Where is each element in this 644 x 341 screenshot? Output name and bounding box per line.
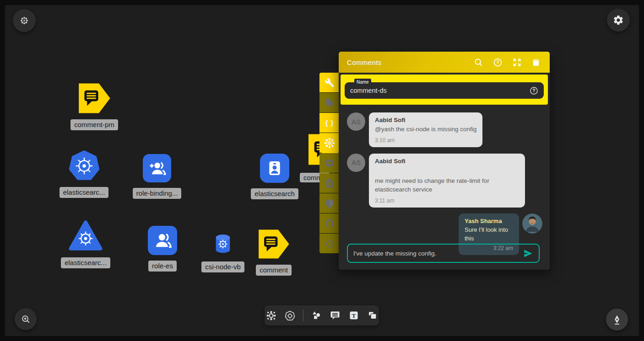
help-icon[interactable]: ?: [493, 58, 503, 67]
storage-cylinder-icon: [215, 234, 231, 254]
node-action-toolbar: { }: [319, 73, 340, 254]
avatar: AS: [347, 112, 365, 131]
shapes-icon: [310, 309, 322, 321]
node-label: elasticsearc...: [60, 187, 109, 198]
tag-button[interactable]: [319, 93, 340, 112]
security-button[interactable]: [319, 193, 340, 213]
svg-text:T: T: [352, 312, 356, 319]
flower-menu-icon: [19, 16, 29, 26]
comments-panel: Comments ?: [339, 52, 550, 270]
node-role-es[interactable]: role-es: [146, 226, 179, 272]
expand-icon[interactable]: [512, 58, 522, 67]
gear-icon: [613, 15, 624, 26]
braces-icon: { }: [325, 119, 334, 127]
avatar-photo: [522, 213, 542, 234]
menu-fab[interactable]: [13, 9, 36, 32]
kubernetes-heptagon-icon: [69, 150, 100, 181]
node-csi-node-vb[interactable]: csi-node-vb: [198, 234, 248, 272]
configure-button[interactable]: [319, 73, 340, 92]
kubernetes-actions-button[interactable]: [319, 133, 340, 153]
chat-message-input[interactable]: [353, 250, 523, 257]
node-elasticsearc-pod[interactable]: elasticsearc...: [60, 219, 111, 268]
history-icon: [325, 239, 335, 249]
history-button[interactable]: [319, 234, 340, 253]
workflow-icon: [265, 310, 277, 321]
message-author: Yash Sharma: [465, 218, 513, 224]
shapes-tool-button[interactable]: [310, 309, 322, 321]
settings-button[interactable]: [319, 153, 340, 173]
kubernetes-triangle-icon: [68, 219, 103, 252]
message-author: Aabid Sofi: [375, 158, 519, 165]
document-search-icon: [325, 178, 335, 188]
message-time: 3:11 am: [375, 197, 519, 204]
message-text: @yash the csi-node is missing config: [375, 125, 476, 134]
search-icon[interactable]: [474, 58, 483, 67]
panel-title: Comments: [347, 59, 382, 66]
pen-fab[interactable]: [606, 309, 628, 330]
svg-text:?: ?: [496, 59, 499, 65]
text-tool-button[interactable]: T: [348, 309, 360, 321]
svg-text:?: ?: [532, 88, 535, 93]
node-label: role-binding...: [133, 188, 182, 199]
image-icon: [367, 310, 378, 321]
kubernetes-snowflake-icon: [324, 138, 335, 149]
zoom-fab[interactable]: [15, 308, 37, 330]
workflow-tool-button[interactable]: [265, 309, 277, 321]
message-bubble: Aabid Sofi @yash the csi-node is missing…: [369, 112, 482, 147]
chat-input-box: [347, 244, 540, 263]
field-help-icon[interactable]: ?: [530, 86, 538, 95]
message-text: Sure I'll look into this: [465, 226, 513, 243]
json-config-button[interactable]: { }: [319, 113, 340, 133]
name-section: Name ?: [341, 75, 548, 105]
avatar: AS: [347, 154, 365, 172]
node-elasticsearch-serviceaccount[interactable]: elasticsearch: [249, 154, 300, 199]
send-icon[interactable]: [523, 248, 533, 259]
message: AS Aabid Sofi @yash the csi-node is miss…: [347, 112, 542, 147]
yash-avatar-image: [522, 213, 542, 234]
node-label: csi-node-vb: [201, 261, 244, 272]
node-comment-pm[interactable]: comment-pm: [67, 83, 121, 130]
node-label: comment: [256, 265, 292, 276]
node-elasticsearc-deployment[interactable]: elasticsearc...: [58, 150, 110, 198]
zoom-in-icon: [21, 314, 31, 324]
message-time: 3:10 am: [375, 137, 476, 144]
comment-shape-icon: [258, 229, 290, 259]
name-field-wrapper: Name ?: [345, 82, 544, 99]
message-author: Aabid Sofi: [375, 117, 476, 123]
message: AS Aabid Sofi me might need to change th…: [347, 154, 542, 208]
comments-panel-header[interactable]: Comments ?: [339, 52, 550, 73]
gear-icon: [325, 158, 335, 168]
wrench-icon: [325, 78, 335, 88]
node-role-binding[interactable]: role-binding...: [130, 154, 184, 199]
role-binding-icon: [147, 159, 167, 178]
toolbar-divider: [303, 309, 303, 321]
resource-preview-button[interactable]: [319, 173, 340, 193]
kubernetes-tool-button[interactable]: [284, 309, 296, 321]
github-icon: [325, 218, 335, 229]
text-tool-icon: T: [348, 310, 359, 321]
name-input[interactable]: [350, 87, 530, 94]
github-button[interactable]: [319, 213, 340, 233]
message-list: AS Aabid Sofi @yash the csi-node is miss…: [339, 107, 550, 255]
delete-icon[interactable]: [531, 58, 541, 67]
name-field-label: Name: [354, 79, 371, 85]
image-tool-button[interactable]: [367, 309, 379, 321]
role-icon: [152, 230, 173, 250]
node-comment[interactable]: comment: [255, 229, 292, 276]
pen-nib-icon: [612, 314, 622, 325]
message-bubble: Aabid Sofi me might need to change the r…: [369, 154, 525, 208]
app-frame: comment-pm elasticsearc...: [0, 0, 644, 341]
node-label: role-es: [148, 261, 177, 272]
node-label: comment-pm: [70, 119, 118, 130]
comment-icon: [330, 310, 341, 321]
service-account-badge-icon: [265, 159, 284, 177]
settings-fab[interactable]: [607, 9, 630, 32]
message-text: me might need to change the rate-limit f…: [375, 176, 519, 194]
shield-icon: [325, 198, 335, 208]
comment-tool-button[interactable]: [329, 309, 341, 321]
node-label: elasticsearch: [251, 188, 298, 199]
node-label: elasticsearc...: [61, 257, 110, 268]
tag-icon: [325, 98, 335, 108]
kubernetes-icon: [284, 310, 296, 321]
comment-shape-icon: [78, 83, 111, 114]
